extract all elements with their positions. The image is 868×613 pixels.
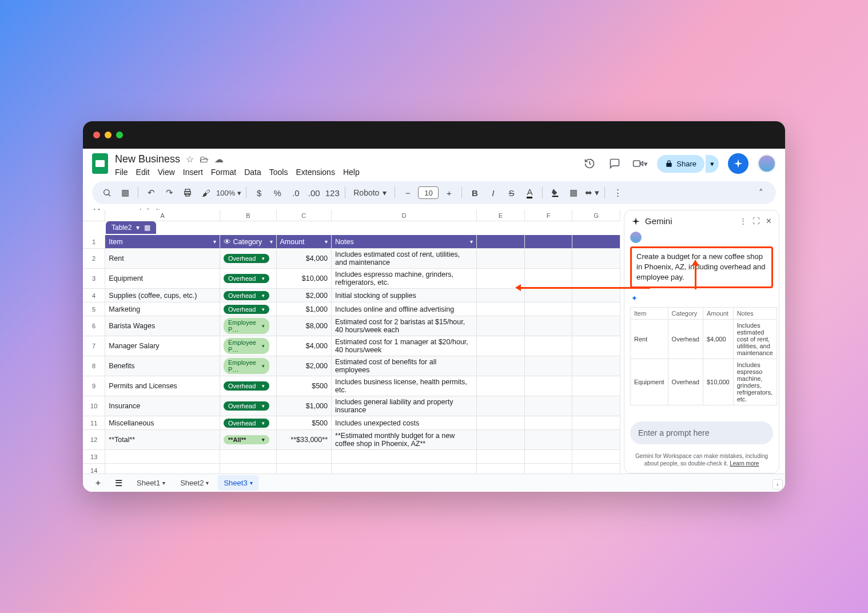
search-icon[interactable] (99, 185, 115, 201)
col-header[interactable]: D (332, 210, 477, 221)
expand-icon[interactable]: ⛶ (752, 217, 760, 225)
move-folder-icon[interactable]: 🗁 (200, 154, 209, 165)
document-title[interactable]: New Business (115, 153, 180, 165)
currency-button[interactable]: $ (251, 185, 267, 201)
menu-format[interactable]: Format (211, 168, 236, 177)
more-toolbar-button[interactable]: ⋮ (610, 185, 626, 201)
star-icon[interactable]: ☆ (186, 154, 194, 165)
sidepanel-title: Gemini (645, 216, 672, 226)
share-button[interactable]: Share (657, 155, 704, 173)
bold-button[interactable]: B (467, 185, 483, 201)
titlebar (83, 121, 785, 149)
all-sheets-button[interactable]: ☰ (110, 475, 126, 491)
print-button[interactable] (180, 185, 196, 201)
close-window-button[interactable] (93, 132, 100, 138)
menu-tools[interactable]: Tools (269, 168, 288, 177)
col-header[interactable]: A (105, 210, 220, 221)
comments-icon[interactable] (607, 156, 623, 172)
more-icon[interactable]: ⋮ (739, 217, 747, 225)
meet-icon[interactable]: ▾ (632, 156, 648, 172)
text-color-button[interactable]: A (521, 185, 537, 201)
table-row[interactable]: 13 (83, 450, 620, 464)
undo-button[interactable]: ↶ (143, 185, 159, 201)
paint-format-button[interactable]: 🖌 (198, 185, 214, 201)
menu-help[interactable]: Help (343, 168, 360, 177)
table-row[interactable]: 5MarketingOverhead▾$1,000Includes online… (83, 302, 620, 316)
col-header[interactable]: F (525, 210, 573, 221)
sheet-tabs-bar: ＋ ☰ Sheet1 ▾Sheet2 ▾Sheet3 ▾ ‹ (83, 473, 785, 492)
more-formats-button[interactable]: 123 (324, 185, 340, 201)
account-avatar[interactable] (758, 154, 776, 173)
col-header[interactable]: E (477, 210, 525, 221)
table-row[interactable]: 6Barista WagesEmployee P…▾$8,000Estimate… (83, 316, 620, 336)
collapse-toolbar-button[interactable]: ˄ (753, 185, 769, 201)
window-controls (93, 132, 123, 138)
menus-icon[interactable]: ▦ (117, 185, 133, 201)
menu-extensions[interactable]: Extensions (296, 168, 335, 177)
minimize-window-button[interactable] (105, 132, 112, 138)
table-chip[interactable]: Table2 ▾ ▦ (106, 221, 156, 234)
font-select[interactable]: Roboto ▾ (350, 188, 390, 197)
sparkle-icon: ✦ (631, 294, 773, 302)
font-size-input[interactable]: 10 (418, 186, 439, 199)
maximize-window-button[interactable] (116, 132, 123, 138)
svg-rect-7 (552, 196, 559, 197)
suggested-table: ItemCategoryAmountNotes RentOverhead$4,0… (630, 307, 777, 405)
decrease-font-button[interactable]: − (400, 185, 416, 201)
menu-data[interactable]: Data (244, 168, 261, 177)
app-window: New Business ☆ 🗁 ☁ FileEditViewInsertFor… (83, 121, 785, 492)
history-icon[interactable] (582, 156, 598, 172)
app-header: New Business ☆ 🗁 ☁ FileEditViewInsertFor… (83, 149, 785, 177)
sheets-logo-icon (92, 153, 108, 174)
table-row[interactable]: 4Supplies (coffee, cups, etc.)Overhead▾$… (83, 289, 620, 302)
add-sheet-button[interactable]: ＋ (90, 475, 106, 491)
header-row[interactable]: 1Item▾👁 Category▾Amount▾Notes▾ (83, 235, 620, 249)
decrease-decimal-button[interactable]: .0 (288, 185, 304, 201)
toolbar: ▦ ↶ ↷ 🖌 100% ▾ $ % .0 .00 123 Roboto ▾ −… (92, 181, 776, 204)
prompt-input[interactable]: Enter a prompt here (630, 421, 773, 444)
spreadsheet-grid[interactable]: A B C D E F G Table2 ▾ ▦ 1Item▾👁 Categor… (83, 210, 620, 473)
col-header[interactable]: G (572, 210, 620, 221)
close-icon[interactable]: ✕ (766, 217, 772, 225)
sheet-tab[interactable]: Sheet1 ▾ (131, 475, 171, 491)
table-row[interactable]: 3EquipmentOverhead▾$10,000Includes espre… (83, 269, 620, 289)
sheet-tab[interactable]: Sheet2 ▾ (174, 475, 214, 491)
table-row[interactable]: 2RentOverhead▾$4,000Includes estimated c… (83, 249, 620, 269)
cloud-status-icon[interactable]: ☁ (214, 154, 224, 165)
menu-edit[interactable]: Edit (136, 168, 150, 177)
table-row[interactable]: 12**Total****All**▾**$33,000****Estimate… (83, 430, 620, 450)
sheet-tab[interactable]: Sheet3 ▾ (218, 475, 258, 491)
learn-more-link[interactable]: Learn more (730, 460, 759, 467)
svg-point-2 (104, 190, 109, 195)
col-header[interactable]: B (220, 210, 276, 221)
table-row[interactable]: 10InsuranceOverhead▾$1,000Includes gener… (83, 396, 620, 416)
prompt-highlight: Create a budget for a new coffee shop in… (630, 246, 773, 288)
col-header[interactable]: C (277, 210, 332, 221)
share-dropdown[interactable]: ▾ (706, 155, 719, 173)
share-label: Share (676, 160, 696, 168)
redo-button[interactable]: ↷ (161, 185, 177, 201)
borders-button[interactable]: ▦ (566, 185, 582, 201)
zoom-select[interactable]: 100% ▾ (216, 189, 241, 197)
table-row[interactable]: 11MiscellaneousOverhead▾$500Includes une… (83, 416, 620, 430)
menu-file[interactable]: File (115, 168, 128, 177)
explore-button[interactable]: ‹ (773, 479, 783, 489)
sparkle-icon (631, 217, 640, 226)
chevron-down-icon: ▾ (136, 224, 140, 232)
fill-color-button[interactable] (547, 185, 563, 201)
table-row[interactable]: 9Permits and LicensesOverhead▾$500Includ… (83, 376, 620, 396)
table-row[interactable]: 14 (83, 464, 620, 473)
increase-decimal-button[interactable]: .00 (306, 185, 322, 201)
increase-font-button[interactable]: + (441, 185, 457, 201)
italic-button[interactable]: I (485, 185, 501, 201)
merge-button[interactable]: ⬌ ▾ (584, 185, 600, 201)
annotation-arrow (695, 262, 696, 289)
percent-button[interactable]: % (269, 185, 285, 201)
strike-button[interactable]: S (503, 185, 519, 201)
menu-insert[interactable]: Insert (183, 168, 203, 177)
table-row[interactable]: 7Manager SalaryEmployee P…▾$4,000Estimat… (83, 336, 620, 356)
gemini-button[interactable] (728, 153, 748, 174)
table-row[interactable]: 8BenefitsEmployee P…▾$2,000Estimated cos… (83, 356, 620, 376)
menu-view[interactable]: View (158, 168, 175, 177)
table-grid-icon[interactable]: ▦ (144, 224, 150, 232)
